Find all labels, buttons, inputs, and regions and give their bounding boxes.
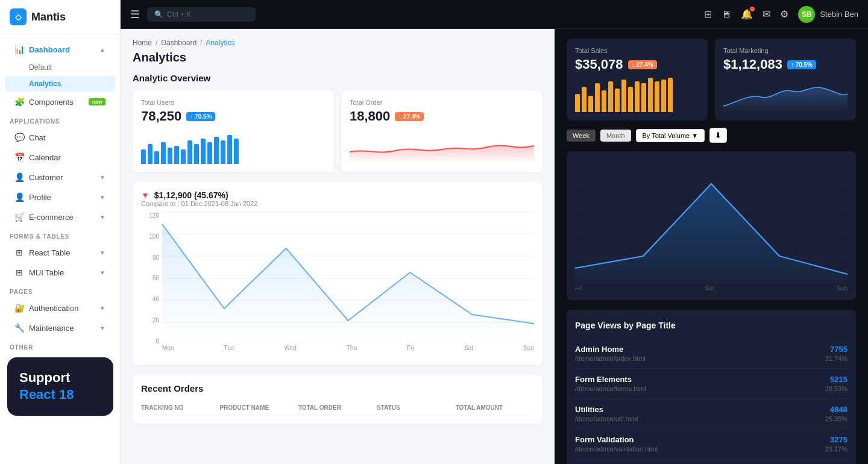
page-views-section: Page Views by Page Title Admin Home /dem…	[567, 310, 856, 464]
sidebar-item-react-table[interactable]: ⊞ React Table ▼	[5, 243, 115, 262]
user-avatar-section[interactable]: SB Stebin Ben	[798, 6, 858, 23]
sidebar-item-analytics[interactable]: Analytics	[5, 76, 115, 92]
chat-label: Chat	[29, 133, 45, 142]
topbar: ☰ 🔍 Ctrl + K ⊞ 🖥 🔔 ✉ ⚙ SB Stebin Ben	[121, 0, 868, 29]
stat-cards: Total Users 78,250 ↑ 70.5%	[133, 90, 542, 172]
ecommerce-label: E-commerce	[29, 213, 74, 222]
breadcrumb: Home / Dashboard / Analytics	[133, 39, 542, 47]
right-chart-section: Fri Sat Sun	[567, 151, 856, 300]
total-marketing-label: Total Marketing	[723, 47, 848, 54]
components-label: Components	[29, 98, 74, 107]
sidebar-item-components[interactable]: 🧩 Components new	[5, 92, 115, 111]
maintenance-icon: 🔧	[14, 323, 24, 333]
page-view-item-form-validation: Form Validation /demo/admin/validation.h…	[575, 429, 848, 459]
breadcrumb-dashboard[interactable]: Dashboard	[161, 39, 197, 47]
btn-week[interactable]: Week	[567, 130, 596, 142]
user-avatar: SB	[798, 6, 815, 23]
section-pages: Pages	[0, 283, 120, 298]
stat-card-total-sales: Total Sales $35,078 ↓ 27.4%	[567, 39, 708, 121]
apps-icon[interactable]: ⊞	[704, 8, 712, 20]
search-box[interactable]: 🔍 Ctrl + K	[147, 7, 256, 22]
btn-download[interactable]: ⬇	[709, 128, 727, 143]
sidebar-item-default[interactable]: Default	[5, 60, 115, 75]
calendar-label: Calendar	[29, 153, 61, 162]
page-view-item-modals: Modals /demo/admin/modals.html 3003 22.2…	[575, 459, 848, 464]
menu-toggle-button[interactable]: ☰	[130, 8, 140, 21]
section-applications: Applications	[0, 112, 120, 127]
chart-yaxis: 120 100 80 60 40 20 0	[141, 212, 159, 345]
mui-table-icon: ⊞	[14, 268, 24, 277]
sidebar-item-ecommerce[interactable]: 🛒 E-commerce ▼	[5, 207, 115, 227]
mui-table-label: MUI Table	[29, 268, 64, 277]
main-wrapper: ☰ 🔍 Ctrl + K ⊞ 🖥 🔔 ✉ ⚙ SB Stebin Ben	[121, 0, 868, 464]
analytic-overview-title: Analytic Overview	[133, 73, 542, 83]
sidebar-item-maintenance[interactable]: 🔧 Maintenance ▼	[5, 318, 115, 337]
content-area: Home / Dashboard / Analytics Analytics A…	[121, 29, 868, 464]
customer-icon: 👤	[14, 172, 24, 182]
auth-label: Authentication	[29, 304, 78, 313]
customer-label: Customer	[29, 173, 63, 182]
settings-icon[interactable]: ⚙	[780, 8, 788, 20]
dark-stat-cards: Total Sales $35,078 ↓ 27.4%	[567, 39, 856, 121]
sidebar-item-dashboard[interactable]: 📊 Dashboard ▲	[5, 40, 115, 59]
page-view-item-form-elements: Form Elements /demo/admin/forms.html 521…	[575, 369, 848, 399]
mail-icon[interactable]: ✉	[763, 8, 770, 20]
orders-table-header: TRACKING NO PRODUCT NAME TOTAL ORDER STA…	[141, 401, 534, 415]
stat-card-total-marketing: Total Marketing $1,12,083 ↑ 70.5%	[715, 39, 856, 121]
react-table-chevron: ▼	[99, 249, 105, 256]
income-value: ▼ $1,12,900 (45.67%)	[141, 190, 257, 200]
sidebar-item-calendar[interactable]: 📅 Calendar	[5, 148, 115, 167]
btn-month[interactable]: Month	[600, 130, 631, 142]
topbar-right: ⊞ 🖥 🔔 ✉ ⚙ SB Stebin Ben	[704, 6, 858, 23]
total-marketing-value: $1,12,083 ↑ 70.5%	[723, 57, 848, 72]
page-view-item-utilities: Utilities /demo/admin/util.html 4848 25.…	[575, 399, 848, 429]
mui-table-chevron: ▼	[99, 269, 105, 276]
income-overview-section: ▼ $1,12,900 (45.67%) Compare to : 01 Dec…	[133, 182, 542, 365]
support-line1: Support	[19, 370, 70, 385]
th-status: STATUS	[377, 404, 455, 411]
notification-icon[interactable]: 🔔	[741, 8, 753, 20]
logo-icon: ◇	[10, 8, 27, 25]
sidebar-item-profile[interactable]: 👤 Profile ▼	[5, 187, 115, 207]
btn-volume[interactable]: By Total Volume ▼	[636, 129, 705, 142]
support-line2: React 18	[19, 387, 74, 402]
section-forms-tables: Forms & Tables	[0, 227, 120, 242]
total-sales-value: $35,078 ↓ 27.4%	[575, 57, 699, 72]
total-sales-chart	[575, 76, 699, 112]
react-table-label: React Table	[29, 248, 70, 257]
sidebar-item-mui-table[interactable]: ⊞ MUI Table ▼	[5, 263, 115, 282]
chat-icon: 💬	[14, 133, 24, 142]
sidebar-item-chat[interactable]: 💬 Chat	[5, 128, 115, 147]
th-total-amount: TOTAL AMOUNT	[456, 404, 534, 411]
recent-orders-title: Recent Orders	[141, 383, 534, 393]
page-title: Analytics	[133, 51, 542, 64]
chart-xaxis: Mon Tue Wed Thu Fri Sat Sun	[162, 345, 534, 357]
search-icon: 🔍	[154, 10, 163, 19]
total-users-chart	[141, 128, 326, 164]
total-users-value: 78,250 ↑ 70.5%	[141, 108, 326, 124]
right-panel: Total Sales $35,078 ↓ 27.4%	[555, 29, 868, 464]
dashboard-chevron: ▲	[99, 46, 105, 53]
sidebar-dashboard-label: Dashboard	[29, 45, 70, 54]
sidebar-item-customer[interactable]: 👤 Customer ▼	[5, 168, 115, 187]
auth-icon: 🔐	[14, 303, 24, 313]
display-icon[interactable]: 🖥	[722, 9, 731, 20]
total-order-badge: ↓ 27.4%	[395, 112, 424, 121]
right-xaxis: Fri Sat Sun	[575, 285, 848, 292]
total-sales-badge: ↓ 27.4%	[628, 60, 657, 69]
total-order-label: Total Order	[350, 99, 534, 106]
maintenance-chevron: ▼	[99, 325, 105, 331]
dashboard-icon: 📊	[14, 45, 24, 54]
auth-chevron: ▼	[99, 305, 105, 312]
support-popup[interactable]: Support React 18	[7, 357, 113, 416]
page-view-item-admin-home: Admin Home /demo/admin/index.html 7755 3…	[575, 339, 848, 369]
user-name: Stebin Ben	[820, 10, 858, 19]
sidebar-item-authentication[interactable]: 🔐 Authentication ▼	[5, 298, 115, 318]
topbar-left: ☰ 🔍 Ctrl + K	[130, 7, 256, 22]
breadcrumb-home[interactable]: Home	[133, 39, 152, 47]
ecommerce-chevron: ▼	[99, 214, 105, 221]
income-controls: Week Month By Total Volume ▼ ⬇	[567, 128, 856, 143]
total-order-chart	[350, 128, 534, 164]
left-panel: Home / Dashboard / Analytics Analytics A…	[121, 29, 555, 464]
customer-chevron: ▼	[99, 174, 105, 181]
